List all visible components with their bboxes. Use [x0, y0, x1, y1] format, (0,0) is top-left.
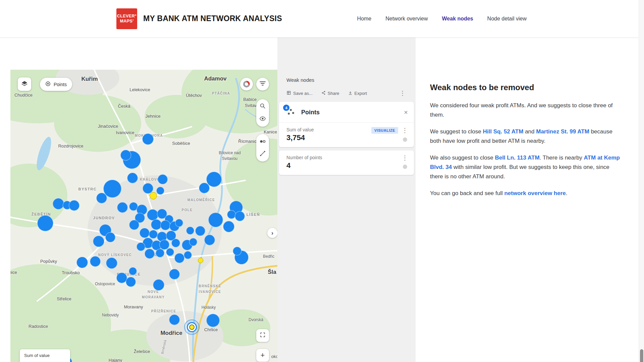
map-point-atm[interactable] [199, 183, 210, 193]
map-label: Holásky [202, 305, 216, 310]
map-point-atm[interactable] [142, 133, 154, 145]
fit-view-button[interactable] [256, 329, 269, 342]
map-point-atm[interactable] [184, 251, 192, 259]
zoom-in-button[interactable]: + [256, 349, 269, 362]
map-point-atm[interactable] [204, 235, 215, 245]
inline-link[interactable]: Hill Sq. 52 ATM [483, 128, 524, 135]
save-as-button[interactable]: Save as... [286, 90, 313, 96]
visibility-button[interactable] [257, 114, 268, 125]
share-button[interactable]: Share [321, 90, 339, 96]
points-count-badge: 4 [283, 105, 289, 111]
map-point-atm[interactable] [149, 230, 158, 239]
map-label: Rozdrojovice [58, 143, 83, 148]
map-point-atm[interactable] [186, 227, 194, 235]
nav-network-overview[interactable]: Network overview [385, 16, 428, 22]
map-label: Troubsko [62, 270, 80, 275]
inline-link[interactable]: Bell Ln. 113 ATM [495, 155, 539, 161]
map-point-atm[interactable] [233, 247, 241, 255]
map-point-atm[interactable] [189, 238, 197, 246]
map-label: Svitavou [222, 156, 237, 161]
inline-link[interactable]: Martinez St. 99 ATM [536, 128, 589, 135]
map-point-atm[interactable] [96, 193, 107, 203]
download-icon [348, 90, 353, 96]
point-marker-icon [45, 81, 51, 87]
map-point-atm[interactable] [158, 174, 168, 184]
map-point-atm[interactable] [175, 219, 183, 227]
map-point-atm[interactable] [106, 257, 117, 269]
map-label: Šla [268, 269, 276, 276]
map-point-weak-atm[interactable] [198, 258, 203, 263]
filter-icon [260, 81, 266, 87]
metric-menu-button[interactable]: ⋮ [402, 155, 408, 161]
nav-home[interactable]: Home [357, 16, 372, 22]
filter-button[interactable] [256, 78, 269, 90]
map-label: Popůvky [40, 259, 57, 264]
map-point-atm[interactable] [120, 150, 131, 161]
map-point-weak-atm[interactable] [150, 192, 157, 199]
map-point-atm[interactable] [127, 173, 138, 183]
map-point-atm[interactable] [145, 249, 155, 259]
map-point-atm[interactable] [129, 220, 139, 230]
metric-menu-button[interactable]: ⋮ [402, 127, 408, 133]
metric-radio-dot[interactable] [403, 165, 407, 169]
map-point-atm[interactable] [126, 277, 136, 287]
map-point-atm[interactable] [206, 314, 220, 327]
map-point-atm[interactable] [156, 249, 164, 257]
map-point-atm[interactable] [223, 221, 234, 232]
map-point-atm[interactable] [227, 210, 236, 219]
map-point-atm[interactable] [166, 248, 174, 256]
nav-node-detail-view[interactable]: Node detail view [487, 16, 527, 22]
map-point-atm[interactable] [153, 279, 164, 291]
visualization-button[interactable] [240, 78, 253, 90]
map-point-atm[interactable] [137, 242, 145, 251]
map-point-atm[interactable] [140, 228, 150, 238]
page-scrollbar[interactable] [639, 0, 644, 362]
metric-radio-dot[interactable] [403, 137, 407, 142]
cluster-toggle-button[interactable] [257, 136, 268, 147]
inline-link[interactable]: network overview here [504, 190, 566, 196]
panel-menu-button[interactable]: ⋮ [399, 90, 406, 96]
map-label: BRNĚNSKÉ [199, 284, 221, 288]
map-point-atm[interactable] [147, 209, 158, 221]
map-tool-group-bottom [256, 134, 269, 162]
panel-collapse-button[interactable]: › [267, 228, 277, 238]
number-of-points-card: Number of points 4 ⋮ [279, 150, 414, 175]
metric-value: 4 [286, 161, 402, 170]
map-label: MORAVANY [142, 295, 165, 299]
map-point-atm[interactable] [90, 256, 101, 267]
search-button[interactable] [257, 101, 268, 112]
map-point-atm[interactable] [160, 220, 170, 230]
article-paragraph: You can go back and see full network ove… [430, 189, 620, 198]
map-point-atm[interactable] [105, 232, 115, 242]
map-label: Modřice [160, 330, 182, 337]
map-point-atm[interactable] [171, 239, 180, 247]
measure-button[interactable] [257, 148, 268, 160]
map-point-atm[interactable] [156, 187, 164, 195]
map-point-atm[interactable] [93, 236, 104, 247]
search-icon [260, 103, 266, 110]
map-point-atm[interactable] [235, 211, 245, 221]
app-title: MY BANK ATM NETWORK ANALYSIS [143, 14, 282, 23]
map-canvas[interactable]: KuřimAdamovChudčiceLelekovicePTÁČINAÚtěc… [10, 70, 277, 362]
map-point-atm[interactable] [174, 253, 184, 263]
scrollbar-thumb[interactable] [640, 349, 643, 362]
nav-weak-nodes[interactable]: Weak nodes [442, 16, 473, 22]
map-point-atm[interactable] [117, 202, 128, 213]
map-point-atm[interactable] [37, 215, 53, 231]
map-point-atm[interactable] [195, 226, 205, 236]
map-tool-group-top [256, 99, 269, 127]
map-label: Svitav. [245, 103, 258, 108]
map-point-atm[interactable] [129, 267, 137, 275]
map-point-atm[interactable] [76, 257, 88, 268]
map-point-atm[interactable] [169, 269, 180, 280]
map-label: Babice [243, 97, 257, 102]
map-point-atm[interactable] [69, 200, 79, 211]
visualize-chip[interactable]: VISUALIZE [371, 127, 398, 134]
map-point-atm[interactable] [53, 198, 64, 209]
points-layer-pill[interactable]: Points [40, 78, 72, 91]
export-button[interactable]: Export [348, 90, 367, 96]
close-icon[interactable]: × [404, 109, 408, 116]
layers-button[interactable] [18, 77, 31, 91]
map-point-atm[interactable] [169, 314, 180, 325]
map-point-atm[interactable] [208, 213, 223, 227]
